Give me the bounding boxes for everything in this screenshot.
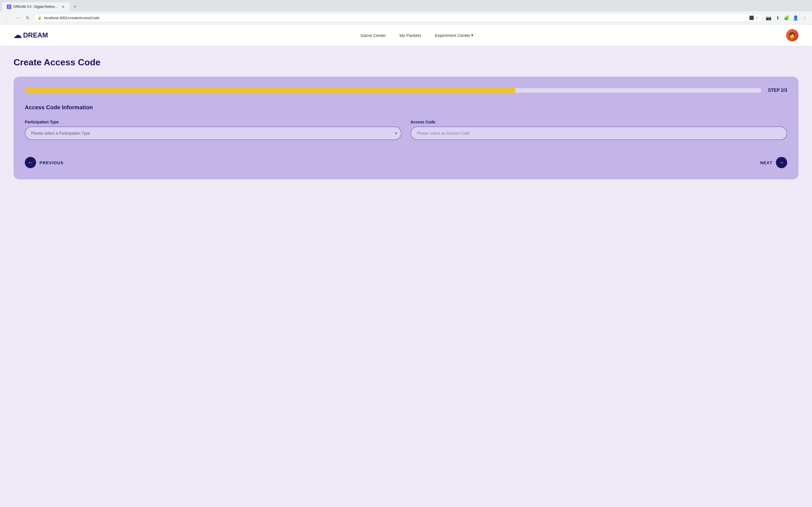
browser-chrome: D DREAM 3.0 : Digital Referenc... ✕ + ← …: [0, 0, 812, 24]
reload-button[interactable]: ↻: [24, 14, 32, 22]
forward-button[interactable]: →: [13, 14, 21, 22]
extensions-icon[interactable]: 🧩: [783, 14, 791, 22]
participation-type-select[interactable]: Please select a Participation Type: [25, 126, 402, 140]
nav-experiment-center[interactable]: Experiment Center ▾: [435, 33, 473, 38]
next-button[interactable]: NEXT →: [760, 157, 787, 168]
page-content: Create Access Code STEP 2/3 Access Code …: [0, 46, 812, 191]
navbar: ☁ DREAM Game Center My Packets Experimen…: [0, 24, 812, 46]
participation-type-select-wrapper: Please select a Participation Type ▾: [25, 126, 402, 140]
card: STEP 2/3 Access Code Information Partici…: [13, 76, 799, 179]
participation-type-label: Participation Type: [25, 120, 402, 124]
form-row: Participation Type Please select a Parti…: [25, 120, 787, 140]
tab-favicon: D: [7, 4, 11, 9]
profile-icon[interactable]: 👤: [792, 14, 800, 22]
back-button[interactable]: ←: [3, 14, 11, 22]
app-container: ☁ DREAM Game Center My Packets Experimen…: [0, 24, 812, 506]
arrow-left-icon: ←: [25, 157, 36, 168]
chevron-down-icon: ▾: [471, 33, 473, 38]
progress-bar-container: [25, 88, 761, 93]
previous-button[interactable]: ← PREVIOUS: [25, 157, 64, 168]
address-text: localhost:3001/createAccessCode: [44, 16, 747, 20]
logo-text: DREAM: [23, 31, 48, 39]
access-code-label: Access Code: [410, 120, 787, 124]
address-bar-icons: ⬛ ☆: [749, 15, 759, 20]
logo[interactable]: ☁ DREAM: [13, 31, 48, 40]
bookmark-icon[interactable]: ☆: [755, 15, 759, 20]
avatar[interactable]: 🧑: [786, 29, 799, 41]
screen-cast-icon[interactable]: ⬛: [749, 15, 754, 20]
access-code-input[interactable]: [410, 126, 787, 140]
arrow-right-icon: →: [776, 157, 787, 168]
nav-right: 🧑: [786, 29, 799, 41]
logo-icon: ☁: [13, 31, 21, 40]
nav-game-center[interactable]: Game Center: [361, 33, 386, 38]
new-tab-button[interactable]: +: [71, 3, 79, 11]
browser-tab[interactable]: D DREAM 3.0 : Digital Referenc... ✕: [2, 2, 70, 11]
tab-close-button[interactable]: ✕: [61, 4, 65, 9]
access-code-group: Access Code: [410, 120, 787, 140]
menu-icon[interactable]: ⋮: [801, 14, 809, 22]
screenshot-icon[interactable]: 📷: [765, 14, 772, 22]
participation-type-group: Participation Type Please select a Parti…: [25, 120, 402, 140]
browser-tab-bar: D DREAM 3.0 : Digital Referenc... ✕ +: [0, 0, 812, 11]
tab-title: DREAM 3.0 : Digital Referenc...: [13, 5, 59, 9]
progress-section: STEP 2/3: [25, 88, 787, 93]
card-footer: ← PREVIOUS NEXT →: [25, 157, 787, 168]
lock-icon: 🔒: [38, 16, 42, 20]
page-title: Create Access Code: [13, 57, 799, 68]
download-icon[interactable]: ⬇: [774, 14, 781, 22]
address-bar[interactable]: 🔒 localhost:3001/createAccessCode ⬛ ☆: [34, 13, 762, 22]
browser-toolbar: ← → ↻ 🔒 localhost:3001/createAccessCode …: [0, 11, 812, 24]
browser-toolbar-right: 📷 ⬇ 🧩 👤 ⋮: [765, 14, 809, 22]
nav-links: Game Center My Packets Experiment Center…: [361, 33, 474, 38]
nav-my-packets[interactable]: My Packets: [400, 33, 421, 38]
section-title: Access Code Information: [25, 104, 787, 111]
progress-bar-fill: [25, 88, 516, 93]
step-label: STEP 2/3: [768, 88, 787, 93]
